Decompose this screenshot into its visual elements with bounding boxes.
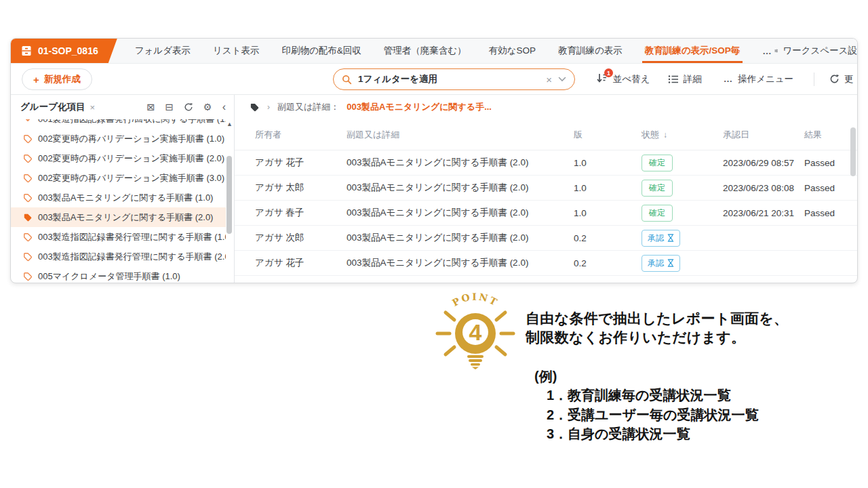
point-heading: 自由な条件で抽出したレポート画面を、 制限数なくお作りいただけます。: [526, 309, 788, 346]
app-title-tab[interactable]: 01-SOP_0816: [11, 39, 117, 63]
sidebar-item[interactable]: 003製造指図記録書発行管理に関する手順書 (2.0): [11, 247, 226, 266]
sidebar-item[interactable]: 002変更時の再バリデーション実施手順書 (3.0): [11, 168, 226, 188]
tag-icon: [23, 154, 33, 163]
status-badge: 確定: [642, 155, 673, 171]
cell-approved: 2023/06/23 08:08: [723, 183, 804, 193]
breadcrumb: › 副題又は詳細： 003製品Aモニタリングに関する手...: [235, 95, 857, 119]
scrollbar-thumb[interactable]: [226, 156, 232, 234]
tab-training-per-sop[interactable]: 教育訓練の表示/SOP毎: [645, 39, 741, 63]
cell-result: Passed: [804, 208, 857, 218]
content-area: グループ化項目 × ⊠ ⊟ ⚙ ‹: [11, 95, 857, 283]
tag-icon: [23, 252, 33, 262]
table-row[interactable]: アガサ 春子 003製品Aモニタリングに関する手順書 (2.0) 1.0 確定 …: [235, 201, 857, 226]
tab-list-view[interactable]: リスト表示: [213, 39, 259, 63]
collapse-groups-icon[interactable]: ⊟: [165, 102, 174, 113]
cell-approved: 2023/06/21 20:31: [723, 208, 804, 218]
cell-subtitle: 003製品Aモニタリングに関する手順書 (2.0): [347, 157, 574, 169]
clear-filter-icon[interactable]: ×: [546, 75, 552, 85]
action-menu-button[interactable]: … 操作メニュー: [724, 73, 793, 85]
breadcrumb-field-label: 副題又は詳細：: [277, 101, 339, 113]
cell-result: Passed: [804, 183, 857, 193]
tab-training-view[interactable]: 教育訓練の表示: [558, 39, 623, 63]
cell-owner: アガサ 春子: [255, 207, 347, 219]
sidebar-refresh-icon[interactable]: [184, 102, 193, 112]
point-4-lightbulb-icon: POINT 4: [427, 285, 524, 369]
sidebar-item[interactable]: 002変更時の再バリデーション実施手順書 (2.0): [11, 148, 226, 168]
chevron-down-icon: [23, 119, 33, 122]
cell-result: Passed: [804, 158, 857, 168]
status-badge: 確定: [642, 180, 673, 197]
tag-icon: [250, 102, 260, 113]
table-row[interactable]: アガサ 次郎 003製品Aモニタリングに関する手順書 (2.0) 0.2 承認: [235, 226, 857, 251]
example-item-2: 2．受講ユーザー毎の受講状況一覧: [547, 405, 759, 424]
detail-button[interactable]: 詳細: [668, 73, 702, 85]
example-item-3: 3．自身の受講状況一覧: [547, 424, 759, 443]
tag-icon: [23, 174, 33, 183]
gear-icon[interactable]: ⚙: [203, 102, 212, 113]
cell-version: 0.2: [574, 233, 642, 243]
report-table-panel: › 副題又は詳細： 003製品Aモニタリングに関する手... 所有者 副題又は詳…: [235, 95, 857, 283]
more-tabs-button[interactable]: …: [762, 39, 772, 63]
status-badge: 承認: [642, 230, 680, 247]
point-heading-line2: 制限数なくお作りいただけます。: [526, 328, 788, 347]
sidebar-item[interactable]: 005マイクロメータ管理手順書 (1.0): [11, 266, 226, 283]
toolbar-right: 1 並べ替え 詳細 … 操作メニュー: [596, 64, 857, 94]
example-item-1: 1．教育訓練毎の受講状況一覧: [547, 386, 759, 405]
sidebar-scrollbar[interactable]: ▲: [226, 121, 233, 281]
hourglass-icon: [667, 259, 674, 267]
nav-tabs: フォルダ表示 リスト表示 印刷物の配布&回収 管理者（廃棄含む） 有効なSOP …: [117, 39, 772, 63]
cell-version: 0.2: [574, 258, 642, 268]
sidebar-item-clipped[interactable]: 001製造指図記録書発行/回収に関する手順書 (1.0): [11, 119, 226, 129]
tab-admin[interactable]: 管理者（廃棄含む）: [384, 39, 467, 63]
tag-icon: [23, 272, 33, 281]
workspace-settings-button[interactable]: ワークスペース設: [774, 39, 857, 63]
table-row[interactable]: アガサ 花子 003製品Aモニタリングに関する手順書 (2.0) 1.0 確定 …: [235, 150, 857, 176]
new-create-label: 新規作成: [44, 73, 81, 85]
point-heading-line1: 自由な条件で抽出したレポート画面を、: [526, 309, 788, 328]
col-result[interactable]: 結果: [804, 129, 857, 141]
col-owner[interactable]: 所有者: [255, 129, 347, 141]
cell-version: 1.0: [574, 158, 642, 168]
filter-applied-value: 1フィルターを適用: [358, 73, 540, 85]
sidebar-item[interactable]: 002変更時の再バリデーション実施手順書 (1.0): [11, 129, 226, 148]
cell-owner: アガサ 次郎: [255, 232, 347, 244]
cabinet-icon: [21, 45, 32, 56]
chevron-right-icon: ›: [267, 102, 270, 112]
svg-text:POINT: POINT: [450, 291, 500, 308]
sidebar-item[interactable]: 003製造指図記録書発行管理に関する手順書 (1.0): [11, 227, 226, 247]
refresh-button[interactable]: 更: [829, 73, 854, 85]
col-version[interactable]: 版: [574, 129, 642, 141]
tab-valid-sop[interactable]: 有効なSOP: [489, 39, 536, 63]
ellipsis-icon: …: [724, 74, 734, 84]
status-badge: 承認: [642, 255, 680, 272]
scroll-up-icon[interactable]: ▲: [226, 121, 233, 127]
table-row[interactable]: アガサ 花子 003製品Aモニタリングに関する手順書 (2.0) 0.2 承認: [235, 251, 857, 276]
cell-subtitle: 003製品Aモニタリングに関する手順書 (2.0): [347, 232, 574, 244]
sidebar-item[interactable]: 003製品Aモニタリングに関する手順書 (1.0): [11, 188, 226, 207]
col-status[interactable]: 状態↓: [642, 129, 723, 141]
table-header: 所有者 副題又は詳細 版 状態↓ 承認日 結果: [235, 119, 857, 150]
table-scrollbar-thumb[interactable]: [850, 127, 856, 176]
cell-subtitle: 003製品Aモニタリングに関する手順書 (2.0): [347, 257, 574, 269]
col-approved-date[interactable]: 承認日: [723, 129, 804, 141]
tab-print-distribution[interactable]: 印刷物の配布&回収: [281, 39, 361, 63]
table-row[interactable]: アガサ 太郎 003製品Aモニタリングに関する手順書 (2.0) 1.0 確定 …: [235, 176, 857, 201]
workspace-settings-label: ワークスペース設: [783, 45, 857, 57]
close-groups-icon[interactable]: ⊠: [146, 102, 155, 113]
sidebar-close-icon[interactable]: ×: [90, 102, 95, 113]
col-subtitle[interactable]: 副題又は詳細: [347, 129, 574, 141]
sliders-icon: [774, 45, 778, 56]
action-menu-label: 操作メニュー: [738, 73, 793, 85]
detail-label: 詳細: [684, 73, 702, 85]
sort-button[interactable]: 1 並べ替え: [596, 73, 650, 85]
sidebar-item-selected[interactable]: 003製品Aモニタリングに関する手順書 (2.0): [11, 207, 226, 227]
detail-list-icon: [668, 75, 679, 84]
new-create-button[interactable]: + 新規作成: [22, 68, 92, 90]
filter-search-box[interactable]: 1フィルターを適用 ×: [333, 68, 575, 90]
toolbar-divider: [814, 73, 814, 86]
collapse-sidebar-chevron-icon[interactable]: ‹: [222, 101, 226, 113]
chevron-down-icon[interactable]: [558, 77, 566, 82]
tab-folder-view[interactable]: フォルダ表示: [135, 39, 191, 63]
cell-approved: 2023/06/29 08:57: [723, 158, 804, 168]
breadcrumb-group-value[interactable]: 003製品Aモニタリングに関する手...: [347, 101, 492, 113]
